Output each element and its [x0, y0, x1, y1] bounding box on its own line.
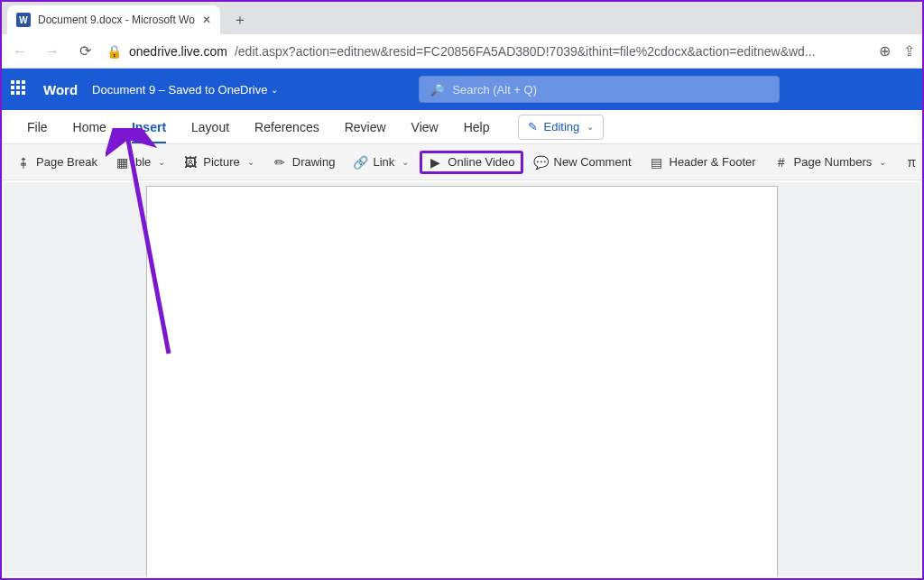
- new-tab-button[interactable]: ＋: [227, 7, 253, 32]
- drawing-icon: ✏: [273, 155, 287, 170]
- document-name-button[interactable]: Document 9 – Saved to OneDrive ⌄: [92, 83, 278, 97]
- url-field[interactable]: 🔒 onedrive.live.com /edit.aspx?action=ed…: [106, 44, 868, 59]
- equation-icon: π: [904, 155, 919, 170]
- editing-mode-button[interactable]: ✎ Editing ⌄: [518, 115, 604, 140]
- close-tab-icon[interactable]: ✕: [202, 14, 211, 26]
- lock-icon: 🔒: [106, 44, 122, 59]
- zoom-icon[interactable]: ⊕: [879, 42, 891, 60]
- link-icon: 🔗: [353, 155, 367, 170]
- chevron-down-icon: ⌄: [271, 85, 278, 95]
- tab-file[interactable]: File: [14, 110, 60, 143]
- page-numbers-button[interactable]: # Page Numbers ⌄: [767, 152, 894, 173]
- word-favicon-icon: W: [16, 13, 31, 27]
- document-canvas-area: [4, 182, 920, 576]
- chevron-down-icon: ⌄: [587, 122, 594, 132]
- new-comment-button[interactable]: 💬 New Comment: [527, 152, 639, 173]
- table-button[interactable]: ▦ ble ⌄: [108, 152, 172, 173]
- word-header-bar: Word Document 9 – Saved to OneDrive ⌄ 🔎 …: [2, 69, 922, 110]
- menu-tabs: File Home Insert Layout References Revie…: [2, 110, 922, 144]
- header-footer-icon: ▤: [650, 155, 664, 170]
- app-name: Word: [43, 82, 78, 97]
- chevron-down-icon: ⌄: [158, 157, 165, 167]
- page-break-button[interactable]: ⭻ Page Break: [9, 152, 105, 173]
- tab-layout[interactable]: Layout: [179, 110, 242, 143]
- page-break-icon: ⭻: [16, 155, 31, 170]
- page-numbers-icon: #: [774, 155, 789, 170]
- editing-label: Editing: [543, 120, 579, 133]
- browser-tab-strip: W Document 9.docx - Microsoft Wo ✕ ＋: [2, 2, 922, 34]
- video-icon: ▶: [428, 155, 442, 170]
- tab-title: Document 9.docx - Microsoft Wo: [38, 14, 195, 26]
- tab-home[interactable]: Home: [60, 110, 119, 143]
- comment-icon: 💬: [534, 155, 549, 170]
- tab-insert[interactable]: Insert: [119, 110, 179, 143]
- tab-help[interactable]: Help: [451, 110, 503, 143]
- link-button[interactable]: 🔗 Link ⌄: [346, 152, 416, 173]
- search-icon: 🔎: [430, 83, 445, 97]
- pencil-icon: ✎: [528, 120, 538, 133]
- picture-icon: 🖼: [183, 155, 198, 170]
- forward-button[interactable]: →: [42, 41, 63, 62]
- online-video-button[interactable]: ▶ Online Video: [420, 151, 522, 174]
- ribbon-toolbar: ⭻ Page Break ▦ ble ⌄ 🖼 Picture ⌄ ✏ Drawi…: [2, 144, 922, 180]
- reload-button[interactable]: ⟳: [74, 41, 96, 62]
- chevron-down-icon: ⌄: [247, 157, 254, 167]
- tab-review[interactable]: Review: [332, 110, 399, 143]
- doc-status-label: Document 9 – Saved to OneDrive: [92, 83, 267, 97]
- back-button[interactable]: ←: [9, 41, 31, 62]
- chevron-down-icon: ⌄: [879, 157, 886, 167]
- browser-tab[interactable]: W Document 9.docx - Microsoft Wo ✕: [7, 5, 220, 34]
- tab-references[interactable]: References: [242, 110, 332, 143]
- search-input[interactable]: 🔎 Search (Alt + Q): [419, 76, 780, 103]
- header-footer-button[interactable]: ▤ Header & Footer: [642, 152, 763, 173]
- document-page[interactable]: [146, 186, 778, 576]
- tab-view[interactable]: View: [399, 110, 451, 143]
- picture-button[interactable]: 🖼 Picture ⌄: [176, 152, 261, 173]
- table-icon: ▦: [116, 155, 130, 170]
- search-placeholder: Search (Alt + Q): [452, 83, 537, 97]
- browser-address-bar: ← → ⟳ 🔒 onedrive.live.com /edit.aspx?act…: [2, 34, 922, 69]
- share-icon[interactable]: ⇪: [903, 42, 915, 60]
- chevron-down-icon: ⌄: [402, 157, 409, 167]
- url-host: onedrive.live.com: [129, 44, 227, 59]
- app-launcher-icon[interactable]: [11, 80, 29, 98]
- equation-button[interactable]: π Equation: [897, 152, 922, 173]
- drawing-button[interactable]: ✏ Drawing: [265, 152, 343, 173]
- url-path: /edit.aspx?action=editnew&resid=FC20856F…: [235, 44, 816, 59]
